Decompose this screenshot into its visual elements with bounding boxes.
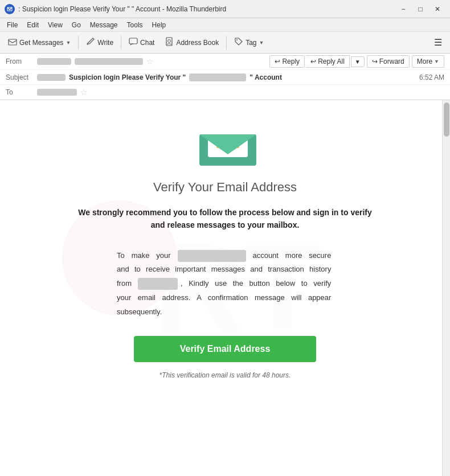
window-controls: − □ ✕ — [395, 3, 445, 15]
body-redacted-source — [138, 278, 178, 290]
more-label: More — [417, 58, 432, 65]
tag-label: Tag — [246, 39, 256, 47]
minimize-button[interactable]: − — [395, 3, 411, 15]
chat-label: Chat — [140, 39, 154, 47]
menu-file[interactable]: File — [2, 20, 22, 30]
toolbar-separator-1 — [78, 36, 79, 50]
close-button[interactable]: ✕ — [429, 3, 445, 15]
forward-label: Forward — [379, 58, 404, 65]
email-content: RT ✓ — [0, 100, 450, 476]
email-body: ✓ Verify Your Email Address We strongly … — [0, 100, 450, 442]
forward-icon: ↪ — [372, 58, 378, 65]
maximize-button[interactable]: □ — [412, 3, 428, 15]
to-row: To ☆ — [0, 85, 450, 100]
to-label: To — [6, 88, 37, 96]
toolbar-separator-2 — [121, 36, 121, 50]
subject-label: Subject — [6, 73, 37, 81]
message-actions: ↩ Reply ↩ Reply All ▼ ↪ Forward More ▼ — [269, 55, 444, 68]
window-title: : Suspicion login Please Verify Your " "… — [18, 5, 226, 13]
verify-body-text: To make your account more secure and to … — [117, 249, 333, 319]
to-address — [37, 89, 77, 96]
from-row: From ☆ ↩ Reply ↩ Reply All ▼ ↪ Forward — [0, 54, 450, 70]
to-value: ☆ — [37, 88, 444, 97]
menu-tools[interactable]: Tools — [122, 20, 148, 30]
more-button[interactable]: More ▼ — [412, 55, 444, 68]
get-messages-icon — [8, 37, 17, 48]
write-icon — [86, 37, 95, 48]
verify-subtitle: We strongly recommend you to follow the … — [77, 206, 373, 232]
subject-value: Suspicion login Please Verify Your " " A… — [37, 73, 415, 81]
reply-all-dropdown-button[interactable]: ▼ — [351, 56, 365, 67]
scrollbar-thumb[interactable] — [444, 102, 449, 137]
more-dropdown-icon: ▼ — [434, 59, 439, 64]
reply-label: Reply — [282, 58, 300, 65]
subject-row: Subject Suspicion login Please Verify Yo… — [0, 70, 450, 85]
validity-note: *This verification email is valid for 48… — [159, 371, 291, 379]
toolbar-separator-3 — [226, 36, 227, 50]
menu-edit[interactable]: Edit — [22, 20, 43, 30]
title-bar: : Suspicion login Please Verify Your " "… — [0, 0, 450, 18]
from-label: From — [6, 58, 37, 65]
reply-all-icon: ↩ — [310, 58, 316, 65]
get-messages-button[interactable]: Get Messages ▼ — [3, 35, 75, 50]
menu-help[interactable]: Help — [148, 20, 171, 30]
address-book-button[interactable]: Address Book — [160, 35, 223, 50]
tag-dropdown-icon[interactable]: ▼ — [259, 40, 264, 46]
subject-main: Suspicion login Please Verify Your " — [69, 73, 186, 81]
content-wrapper: RT ✓ — [0, 100, 450, 476]
svg-rect-1 — [9, 39, 17, 45]
menu-bar: File Edit View Go Message Tools Help — [0, 18, 450, 32]
from-name — [75, 58, 143, 65]
subject-redacted — [189, 73, 246, 81]
scrollbar[interactable] — [442, 100, 450, 476]
from-star-icon[interactable]: ☆ — [146, 57, 154, 66]
menu-go[interactable]: Go — [67, 20, 85, 30]
write-label: Write — [97, 39, 113, 47]
reply-icon: ↩ — [275, 58, 280, 65]
address-book-label: Address Book — [176, 39, 219, 47]
write-button[interactable]: Write — [81, 35, 118, 50]
svg-point-5 — [236, 39, 238, 40]
reply-all-label: Reply All — [318, 58, 345, 65]
message-time: 6:52 AM — [419, 73, 444, 81]
toolbar: Get Messages ▼ Write Chat — [0, 32, 450, 54]
message-header: From ☆ ↩ Reply ↩ Reply All ▼ ↪ Forward — [0, 54, 450, 100]
from-address — [37, 58, 71, 65]
reply-button[interactable]: ↩ Reply — [269, 55, 305, 68]
app-icon — [5, 4, 15, 14]
subject-prefix — [37, 74, 66, 81]
subject-suffix: " Account — [249, 73, 282, 81]
verify-email-button[interactable]: Verify Email Address — [134, 336, 316, 362]
chat-icon — [129, 37, 138, 48]
reply-all-button[interactable]: ↩ Reply All — [306, 55, 350, 68]
tag-button[interactable]: Tag ▼ — [230, 35, 268, 50]
tag-icon — [234, 37, 243, 48]
get-messages-dropdown-icon[interactable]: ▼ — [66, 40, 71, 46]
chat-button[interactable]: Chat — [124, 35, 159, 50]
svg-point-4 — [168, 40, 171, 43]
body-redacted-email — [178, 250, 246, 262]
menu-message[interactable]: Message — [85, 20, 122, 30]
toolbar-menu-button[interactable]: ☰ — [429, 35, 447, 50]
verify-email-title: Verify Your Email Address — [153, 180, 297, 195]
to-star-icon[interactable]: ☆ — [80, 88, 88, 97]
address-book-icon — [165, 37, 174, 48]
from-value: ☆ — [37, 57, 269, 66]
get-messages-label: Get Messages — [19, 39, 63, 47]
forward-button[interactable]: ↪ Forward — [367, 55, 410, 68]
email-envelope-icon: ✓ — [197, 117, 253, 163]
email-inner: ✓ Verify Your Email Address We strongly … — [23, 112, 427, 379]
svg-rect-2 — [129, 38, 137, 44]
menu-view[interactable]: View — [43, 20, 67, 30]
